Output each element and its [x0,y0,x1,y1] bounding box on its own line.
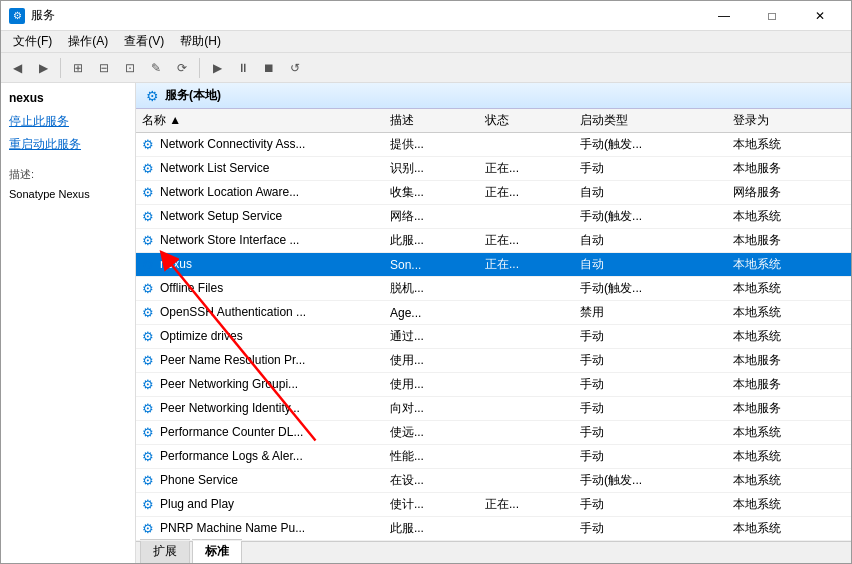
service-icon: ⚙ [142,377,156,391]
stop-button[interactable]: ⏹ [257,56,281,80]
table-row[interactable]: ⚙Offline Files脱机...手动(触发...本地系统 [136,277,851,301]
table-row[interactable]: ⚙Network Connectivity Ass...提供...手动(触发..… [136,133,851,157]
up-button[interactable]: ⊟ [92,56,116,80]
table-row[interactable]: ⚙nexusSon...正在...自动本地系统 [136,253,851,277]
service-status-cell: 正在... [479,493,574,517]
table-row[interactable]: ⚙Network Location Aware...收集...正在...自动网络… [136,181,851,205]
service-startup-cell: 自动 [574,229,727,253]
selected-service-name: nexus [9,91,127,105]
table-row[interactable]: ⚙OpenSSH Authentication ...Age...禁用本地系统 [136,301,851,325]
menu-file[interactable]: 文件(F) [5,31,60,52]
services-table-container[interactable]: 名称 ▲ 描述 状态 启动类型 登录为 ⚙Network Connectivit… [136,109,851,541]
service-startup-cell: 手动 [574,493,727,517]
table-row[interactable]: ⚙Network Store Interface ...此服...正在...自动… [136,229,851,253]
service-status-cell [479,205,574,229]
table-row[interactable]: ⚙Peer Networking Groupi...使用...手动本地服务 [136,373,851,397]
main-area: nexus 停止此服务 重启动此服务 描述: Sonatype Nexus ⚙ … [1,83,851,563]
service-icon: ⚙ [142,449,156,463]
table-row[interactable]: ⚙Performance Counter DL...使远...手动本地系统 [136,421,851,445]
service-startup-cell: 禁用 [574,301,727,325]
service-login-cell: 本地服务 [727,349,851,373]
services-table: 名称 ▲ 描述 状态 启动类型 登录为 ⚙Network Connectivit… [136,109,851,541]
toolbar-separator-2 [199,58,200,78]
service-startup-cell: 手动(触发... [574,541,727,542]
service-login-cell: 本地服务 [727,229,851,253]
service-name-cell: ⚙Peer Networking Groupi... [136,373,384,397]
table-row[interactable]: ⚙Performance Logs & Aler...性能...手动本地系统 [136,445,851,469]
tab-expand[interactable]: 扩展 [140,539,190,563]
table-row[interactable]: ⚙PNRP Machine Name Pu...此服...手动本地系统 [136,517,851,541]
service-icon: ⚙ [142,257,156,271]
service-name-cell: ⚙Phone Service [136,469,384,493]
restart-button[interactable]: ↺ [283,56,307,80]
service-login-cell: 本地系统 [727,469,851,493]
service-login-cell: 本地系统 [727,541,851,542]
toolbar-separator-1 [60,58,61,78]
service-desc-cell: Son... [384,253,479,277]
maximize-button[interactable]: □ [749,6,795,26]
forward-button[interactable]: ▶ [31,56,55,80]
minimize-button[interactable]: — [701,6,747,26]
service-login-cell: 本地系统 [727,253,851,277]
pause-button[interactable]: ⏸ [231,56,255,80]
service-startup-cell: 手动 [574,421,727,445]
service-startup-cell: 手动(触发... [574,469,727,493]
close-button[interactable]: ✕ [797,6,843,26]
service-login-cell: 本地系统 [727,493,851,517]
col-startup[interactable]: 启动类型 [574,109,727,133]
menu-action[interactable]: 操作(A) [60,31,116,52]
panel-header-icon: ⚙ [146,88,159,104]
service-login-cell: 本地服务 [727,373,851,397]
window-title: 服务 [31,7,55,24]
table-row[interactable]: ⚙Plug and Play使计...正在...手动本地系统 [136,493,851,517]
properties-button[interactable]: ✎ [144,56,168,80]
table-header-row: 名称 ▲ 描述 状态 启动类型 登录为 [136,109,851,133]
service-status-cell: 正在... [479,157,574,181]
service-login-cell: 本地系统 [727,325,851,349]
service-status-cell [479,301,574,325]
service-status-cell [479,277,574,301]
service-status-cell [479,349,574,373]
back-button[interactable]: ◀ [5,56,29,80]
service-desc-cell: 通过... [384,325,479,349]
service-status-cell [479,325,574,349]
table-row[interactable]: ⚙Peer Name Resolution Pr...使用...手动本地服务 [136,349,851,373]
service-login-cell: 本地系统 [727,301,851,325]
service-status-cell [479,421,574,445]
new-window-button[interactable]: ⊡ [118,56,142,80]
table-row[interactable]: ⚙Phone Service在设...手动(触发...本地系统 [136,469,851,493]
service-login-cell: 本地系统 [727,133,851,157]
tab-standard[interactable]: 标准 [192,539,242,563]
service-desc-cell: 在设... [384,469,479,493]
service-icon: ⚙ [142,521,156,535]
table-row[interactable]: ⚙Portable Device Enumera...强制...手动(触发...… [136,541,851,542]
col-desc[interactable]: 描述 [384,109,479,133]
description-text: Sonatype Nexus [9,188,127,200]
service-icon: ⚙ [142,497,156,511]
service-name-cell: ⚙OpenSSH Authentication ... [136,301,384,325]
service-login-cell: 本地服务 [727,157,851,181]
table-row[interactable]: ⚙Optimize drives通过...手动本地系统 [136,325,851,349]
service-icon: ⚙ [142,473,156,487]
service-login-cell: 本地系统 [727,421,851,445]
col-login[interactable]: 登录为 [727,109,851,133]
play-button[interactable]: ▶ [205,56,229,80]
refresh-button[interactable]: ⟳ [170,56,194,80]
menu-help[interactable]: 帮助(H) [172,31,229,52]
table-row[interactable]: ⚙Network List Service识别...正在...手动本地服务 [136,157,851,181]
show-hide-button[interactable]: ⊞ [66,56,90,80]
col-name[interactable]: 名称 ▲ [136,109,384,133]
service-desc-cell: 提供... [384,133,479,157]
table-row[interactable]: ⚙Network Setup Service网络...手动(触发...本地系统 [136,205,851,229]
service-name-cell: ⚙Network Location Aware... [136,181,384,205]
service-name-cell: ⚙Plug and Play [136,493,384,517]
service-desc-cell: 收集... [384,181,479,205]
menu-view[interactable]: 查看(V) [116,31,172,52]
restart-service-link[interactable]: 重启动此服务 [9,136,127,153]
bottom-tabs: 扩展 标准 [136,541,851,563]
table-row[interactable]: ⚙Peer Networking Identity...向对...手动本地服务 [136,397,851,421]
stop-service-link[interactable]: 停止此服务 [9,113,127,130]
service-name-cell: ⚙PNRP Machine Name Pu... [136,517,384,541]
col-status[interactable]: 状态 [479,109,574,133]
service-icon: ⚙ [142,233,156,247]
